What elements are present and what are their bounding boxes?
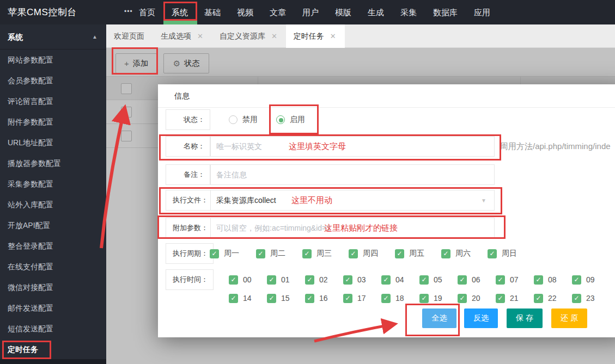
hour-checkbox[interactable]: ✓ 08 [534,269,572,290]
status-label: 状态： [166,109,210,130]
sidebar-item[interactable]: 定时任务 [0,339,106,360]
name-input[interactable] [210,136,495,157]
checkbox-checked-icon: ✓ [496,294,505,303]
checkbox-checked-icon: ✓ [381,275,391,285]
sidebar-item[interactable]: 站外入库配置 [0,194,106,215]
nav-item[interactable]: 首页 [139,0,155,24]
dialog-buttons: 全选反选保 存还 原 [158,309,615,328]
name-annotation-text: 这里填英文字母 [289,136,346,157]
nav-item[interactable]: 视频 [237,0,253,24]
sidebar-item[interactable]: 附件参数配置 [0,112,106,132]
hour-checkbox[interactable]: ✓ 17 [343,288,381,309]
nav-item[interactable]: 用户 [302,0,319,24]
hour-checkbox[interactable]: ✓ 16 [305,288,343,309]
radio-disabled[interactable]: 禁用 [229,115,258,125]
hour-checkbox[interactable]: ✓ 07 [496,269,534,290]
tab-close-icon[interactable]: ✕ [330,32,336,40]
sidebar-item[interactable]: 短信发送配置 [0,318,106,339]
sidebar-item[interactable]: 微信对接配置 [0,277,106,298]
radio-selected-icon [276,115,285,124]
sidebar-item[interactable]: 网站参数配置 [0,50,106,70]
hour-checkbox[interactable]: ✓ 05 [419,269,458,290]
checkbox-checked-icon: ✓ [496,275,505,285]
sidebar-item[interactable]: 开放API配置 [0,215,106,236]
sidebar-item[interactable]: 在线支付配置 [0,256,106,277]
cycle-label: 执行周期： [166,243,214,264]
name-row: 名称： 这里填英文字母 周用方法/api.php/timming/inde [158,136,615,157]
weekday-checkbox[interactable]: ✓ 周六 [441,243,488,264]
radio-enabled[interactable]: 启用 [276,115,305,125]
tab[interactable]: 欢迎页面 [106,24,153,48]
checkbox-checked-icon: ✓ [458,275,467,285]
tab[interactable]: 自定义资源库 ✕ [212,24,286,48]
weekday-checkbox[interactable]: ✓ 周三 [302,243,349,264]
name-label: 名称： [166,136,210,157]
hour-checkbox[interactable]: ✓ 20 [458,288,496,309]
hour-checkbox[interactable]: ✓ 15 [267,288,305,309]
tab[interactable]: 定时任务 ✕ [286,24,345,48]
hour-checkbox[interactable]: ✓ 00 [229,269,267,290]
weekday-checkbox[interactable]: ✓ 周二 [256,243,302,264]
sidebar-item[interactable]: 评论留言配置 [0,91,106,112]
checkbox-checked-icon: ✓ [395,249,404,258]
checkbox-checked-icon: ✓ [267,294,276,303]
checkbox-checked-icon: ✓ [572,294,581,303]
sidebar-item[interactable]: 会员参数配置 [0,70,106,91]
hour-checkbox[interactable]: ✓ 09 [572,269,610,290]
nav-item[interactable]: 采集 [400,0,417,24]
sidebar-item[interactable]: 整合登录配置 [0,236,106,256]
dialog-button[interactable]: 反选 [464,309,498,328]
nav-item[interactable]: 数据库 [433,0,458,24]
hour-checkbox[interactable]: ✓ 03 [343,269,381,290]
nav-item[interactable]: 生成 [368,0,384,24]
remark-label: 备注： [166,164,210,185]
hour-checkbox[interactable]: ✓ 18 [381,288,419,309]
checkbox-checked-icon: ✓ [267,275,276,285]
sidebar-item[interactable]: URL地址配置 [0,132,106,153]
tab-close-icon[interactable]: ✕ [197,32,203,40]
exec-file-select[interactable]: 采集资源库collect ▼ [210,190,495,211]
checkbox-checked-icon: ✓ [305,294,314,303]
checkbox-checked-icon: ✓ [534,294,543,303]
dialog-button[interactable]: 还 原 [551,309,587,328]
nav-more-icon[interactable]: ••• [124,0,133,23]
api-url-hint: 周用方法/api.php/timming/inde [500,136,611,157]
nav-item[interactable]: 应用 [474,0,490,24]
hour-checkbox[interactable]: ✓ 01 [267,269,305,290]
sidebar-item[interactable]: 邮件发送配置 [0,298,106,318]
hour-checkboxes-row1: ✓ 00 ✓ 01 ✓ 02 ✓ 03 ✓ 04 ✓ 05 [229,269,610,290]
hour-checkbox[interactable]: ✓ 22 [534,288,572,309]
hour-checkbox[interactable]: ✓ 23 [572,288,610,309]
nav-item[interactable]: 模版 [335,0,351,24]
weekday-checkbox[interactable]: ✓ 周一 [210,243,256,264]
dialog-button[interactable]: 全选 [422,309,456,328]
top-nav: 苹果CMS控制台 ••• 首页系统基础视频文章用户模版生成采集数据库应用 [0,0,615,24]
sidebar-item[interactable]: 播放器参数配置 [0,153,106,174]
checkbox-checked-icon: ✓ [256,249,265,258]
hour-checkbox[interactable]: ✓ 02 [305,269,343,290]
tab-close-icon[interactable]: ✕ [271,32,277,40]
hour-checkbox[interactable]: ✓ 19 [419,288,458,309]
dialog-button[interactable]: 保 存 [507,309,543,328]
hour-checkbox[interactable]: ✓ 21 [496,288,534,309]
hour-checkbox[interactable]: ✓ 04 [381,269,419,290]
checkbox-checked-icon: ✓ [381,294,391,303]
weekday-checkboxes: ✓ 周一 ✓ 周二 ✓ 周三 ✓ 周四 ✓ 周五 ✓ 周六 [210,243,534,264]
status-row: 状态： 禁用 启用 [158,109,615,130]
weekday-checkbox[interactable]: ✓ 周日 [488,243,534,264]
weekday-checkbox[interactable]: ✓ 周五 [395,243,441,264]
weekday-checkbox[interactable]: ✓ 周四 [349,243,395,264]
checkbox-checked-icon: ✓ [343,275,352,285]
checkbox-checked-icon: ✓ [229,275,238,285]
hour-checkbox[interactable]: ✓ 14 [229,288,267,309]
params-row: 附加参数： 这里粘贴刚才的链接 [158,218,615,238]
remark-input[interactable] [210,164,495,185]
sidebar-item[interactable]: 采集参数配置 [0,174,106,194]
sidebar-group-system[interactable]: 系统 ▲ [0,24,106,50]
tab[interactable]: 生成选项 ✕ [153,24,212,48]
nav-item[interactable]: 基础 [204,0,221,24]
time-label: 执行时间： [166,269,214,290]
hour-checkbox[interactable]: ✓ 06 [458,269,496,290]
time-row-1: 执行时间： ✓ 00 ✓ 01 ✓ 02 ✓ 03 ✓ 04 [158,269,615,290]
nav-item[interactable]: 文章 [270,0,286,24]
